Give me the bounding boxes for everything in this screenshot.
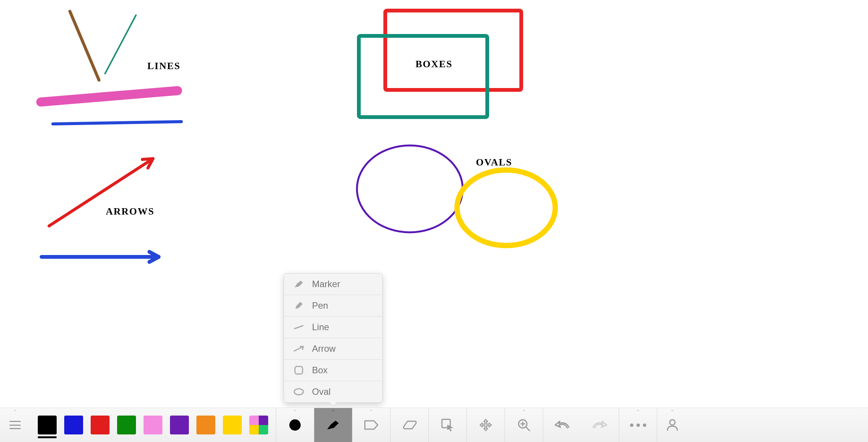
svg-point-9	[457, 170, 555, 246]
color-swatch[interactable]	[144, 416, 162, 434]
tool-option-line[interactable]: Line	[284, 317, 382, 338]
zoom-in-icon	[517, 418, 531, 432]
toolbar: ⌃ ⌃ ⌃ ⌃	[0, 408, 868, 442]
drawing-tool-button[interactable]: ⌃	[314, 408, 352, 442]
svg-point-8	[357, 145, 463, 232]
tool-option-label: Line	[312, 322, 329, 332]
svg-rect-6	[385, 11, 521, 90]
line-icon	[293, 325, 304, 329]
tool-option-pen[interactable]: Pen	[284, 295, 382, 317]
move-icon	[479, 419, 492, 431]
color-swatch[interactable]	[170, 416, 189, 434]
select-button[interactable]	[429, 408, 466, 442]
svg-rect-12	[295, 366, 303, 374]
svg-point-13	[294, 389, 303, 395]
undo-button[interactable]	[543, 408, 581, 442]
move-button[interactable]	[467, 408, 505, 442]
tool-option-label: Pen	[312, 300, 328, 311]
profile-button[interactable]: ⌃	[657, 408, 687, 442]
hamburger-icon	[9, 421, 21, 429]
color-swatch[interactable]	[196, 416, 215, 434]
oval-icon	[293, 388, 304, 396]
tool-option-label: Oval	[312, 386, 331, 397]
arrow-icon	[293, 346, 304, 352]
color-swatch[interactable]	[91, 416, 110, 434]
color-palette	[30, 408, 276, 442]
zoom-button[interactable]: ⌃	[505, 408, 543, 442]
tag-icon	[364, 419, 378, 431]
svg-line-16	[526, 427, 530, 431]
brush-dot-icon	[289, 419, 301, 431]
label-lines: Lines	[147, 60, 181, 72]
more-button[interactable]: ⌃	[619, 408, 657, 442]
redo-icon	[592, 420, 607, 430]
brush-size-button[interactable]: ⌃	[276, 408, 314, 442]
svg-line-3	[53, 122, 181, 124]
tag-tool-button[interactable]: ⌃	[352, 408, 390, 442]
label-arrows: Arrows	[106, 206, 154, 217]
color-swatch[interactable]	[64, 416, 83, 434]
whiteboard-canvas[interactable]: Lines Arrows Boxes Ovals	[0, 0, 868, 408]
more-icon	[630, 423, 646, 427]
label-boxes: Boxes	[415, 59, 453, 70]
pen-icon	[293, 301, 304, 310]
tool-option-box[interactable]: Box	[284, 360, 382, 381]
eraser-button[interactable]	[391, 408, 428, 442]
marker-icon	[326, 419, 340, 431]
profile-icon	[666, 419, 678, 431]
marker-icon	[293, 280, 304, 288]
svg-line-10	[295, 326, 303, 329]
svg-line-2	[41, 91, 178, 102]
color-swatch[interactable]	[223, 416, 242, 434]
tool-option-arrow[interactable]: Arrow	[284, 338, 382, 360]
color-swatch[interactable]	[38, 416, 57, 434]
svg-line-0	[70, 11, 99, 80]
tool-option-oval[interactable]: Oval	[284, 381, 382, 402]
redo-button[interactable]	[581, 408, 619, 442]
svg-line-11	[294, 347, 302, 351]
tool-option-label: Arrow	[312, 343, 336, 354]
cursor-select-icon	[441, 419, 454, 431]
tool-option-marker[interactable]: Marker	[284, 274, 382, 295]
box-icon	[293, 365, 304, 375]
menu-button[interactable]: ⌃	[0, 408, 30, 442]
eraser-icon	[402, 420, 417, 430]
tool-popup: MarkerPenLineArrowBoxOval	[284, 273, 383, 403]
undo-icon	[554, 420, 570, 430]
svg-line-1	[105, 15, 136, 74]
svg-point-19	[670, 420, 675, 425]
tool-option-label: Marker	[312, 279, 340, 289]
color-swatch[interactable]	[117, 416, 136, 434]
svg-rect-7	[359, 36, 487, 117]
label-ovals: Ovals	[476, 157, 512, 168]
color-picker-button[interactable]	[249, 416, 268, 434]
tool-option-label: Box	[312, 365, 327, 376]
